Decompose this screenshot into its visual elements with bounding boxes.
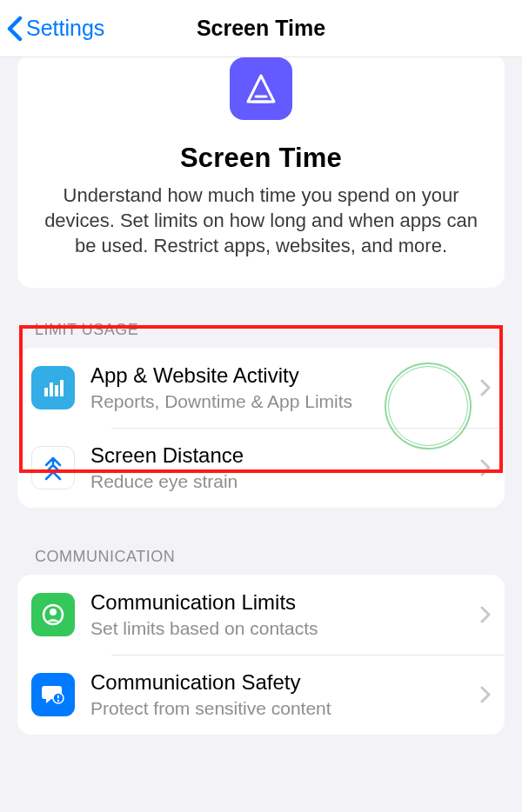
- chevron-left-icon: [7, 16, 23, 42]
- svg-point-8: [57, 700, 59, 702]
- contact-icon: [31, 593, 75, 636]
- page-title: Screen Time: [197, 16, 325, 41]
- hero-card: Screen Time Understand how much time you…: [17, 54, 505, 288]
- cell-title: Screen Distance: [90, 443, 472, 469]
- hero-title: Screen Time: [42, 143, 480, 174]
- cell-title: Communication Limits: [90, 589, 472, 616]
- bar-chart-icon: [31, 366, 75, 409]
- svg-rect-1: [50, 383, 53, 396]
- nav-bar: Settings Screen Time: [0, 0, 522, 57]
- screen-time-icon: [230, 57, 292, 120]
- back-label: Settings: [26, 16, 104, 41]
- svg-rect-0: [44, 388, 48, 396]
- distance-icon: [31, 446, 75, 489]
- app-website-activity-row[interactable]: App & Website Activity Reports, Downtime…: [17, 348, 505, 428]
- cell-sub: Reports, Downtime & App Limits: [90, 390, 472, 413]
- cell-sub: Protect from sensitive content: [90, 697, 472, 720]
- communication-safety-row[interactable]: Communication Safety Protect from sensit…: [17, 655, 505, 735]
- communication-group: Communication Limits Set limits based on…: [17, 575, 505, 735]
- section-header-limit-usage: LIMIT USAGE: [0, 321, 522, 339]
- cell-sub: Reduce eye strain: [90, 470, 472, 493]
- communication-limits-row[interactable]: Communication Limits Set limits based on…: [17, 575, 505, 655]
- chevron-right-icon: [480, 459, 491, 476]
- svg-rect-7: [57, 696, 59, 699]
- cell-title: Communication Safety: [90, 669, 472, 696]
- chat-alert-icon: [31, 673, 75, 716]
- chevron-right-icon: [480, 686, 491, 703]
- svg-point-5: [50, 609, 57, 616]
- svg-rect-2: [55, 385, 58, 396]
- chevron-right-icon: [480, 606, 491, 623]
- screen-distance-row[interactable]: Screen Distance Reduce eye strain: [17, 428, 505, 508]
- chevron-right-icon: [480, 379, 491, 396]
- cell-title: App & Website Activity: [90, 363, 472, 389]
- hero-desc: Understand how much time you spend on yo…: [42, 183, 480, 258]
- svg-rect-3: [60, 380, 64, 396]
- section-header-communication: COMMUNICATION: [0, 548, 522, 566]
- cell-sub: Set limits based on contacts: [90, 617, 472, 640]
- back-button[interactable]: Settings: [0, 16, 104, 42]
- limit-usage-group: App & Website Activity Reports, Downtime…: [17, 348, 505, 508]
